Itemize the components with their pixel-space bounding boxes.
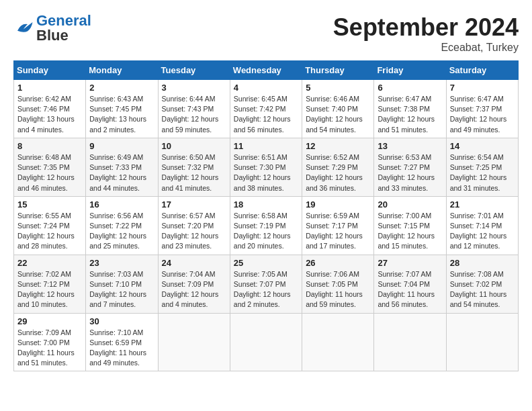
- month-title: September 2024: [333, 13, 519, 42]
- day-detail: Sunrise: 7:00 AM Sunset: 7:15 PM Dayligh…: [378, 211, 442, 252]
- calendar-cell: 13 Sunrise: 6:53 AM Sunset: 7:27 PM Dayl…: [374, 138, 446, 196]
- weekday-header-monday: Monday: [86, 61, 158, 80]
- day-detail: Sunrise: 6:45 AM Sunset: 7:42 PM Dayligh…: [234, 94, 298, 135]
- calendar-cell: 4 Sunrise: 6:45 AM Sunset: 7:42 PM Dayli…: [230, 80, 302, 138]
- day-number: 20: [378, 199, 442, 210]
- day-detail: Sunrise: 7:01 AM Sunset: 7:14 PM Dayligh…: [450, 211, 515, 252]
- weekday-header-row: SundayMondayTuesdayWednesdayThursdayFrid…: [14, 61, 519, 80]
- day-detail: Sunrise: 6:55 AM Sunset: 7:24 PM Dayligh…: [17, 211, 82, 252]
- day-number: 27: [378, 258, 442, 268]
- calendar-cell: 27 Sunrise: 7:07 AM Sunset: 7:04 PM Dayl…: [374, 255, 446, 313]
- day-number: 5: [306, 83, 370, 93]
- calendar-cell: 25 Sunrise: 7:05 AM Sunset: 7:07 PM Dayl…: [230, 255, 302, 313]
- calendar-cell: 5 Sunrise: 6:46 AM Sunset: 7:40 PM Dayli…: [302, 80, 374, 138]
- day-detail: Sunrise: 6:54 AM Sunset: 7:25 PM Dayligh…: [450, 152, 515, 193]
- day-detail: Sunrise: 7:03 AM Sunset: 7:10 PM Dayligh…: [89, 269, 154, 310]
- day-detail: Sunrise: 6:53 AM Sunset: 7:27 PM Dayligh…: [378, 152, 442, 193]
- day-detail: Sunrise: 6:50 AM Sunset: 7:32 PM Dayligh…: [162, 152, 226, 193]
- day-detail: Sunrise: 7:04 AM Sunset: 7:09 PM Dayligh…: [162, 269, 226, 310]
- day-detail: Sunrise: 6:42 AM Sunset: 7:46 PM Dayligh…: [17, 94, 82, 135]
- calendar-cell: 12 Sunrise: 6:52 AM Sunset: 7:29 PM Dayl…: [302, 138, 374, 196]
- day-number: 21: [450, 199, 515, 210]
- day-number: 26: [306, 258, 370, 268]
- day-number: 2: [89, 83, 154, 93]
- day-detail: Sunrise: 6:58 AM Sunset: 7:19 PM Dayligh…: [234, 211, 298, 252]
- day-number: 3: [162, 83, 226, 93]
- day-detail: Sunrise: 7:07 AM Sunset: 7:04 PM Dayligh…: [378, 269, 442, 310]
- calendar-cell: 10 Sunrise: 6:50 AM Sunset: 7:32 PM Dayl…: [158, 138, 230, 196]
- logo: GeneralBlue: [13, 13, 91, 43]
- location: Eceabat, Turkey: [333, 42, 519, 54]
- day-number: 19: [306, 199, 370, 210]
- calendar-cell: 19 Sunrise: 6:59 AM Sunset: 7:17 PM Dayl…: [302, 196, 374, 255]
- day-number: 8: [17, 141, 82, 151]
- day-number: 7: [450, 83, 515, 93]
- day-detail: Sunrise: 7:08 AM Sunset: 7:02 PM Dayligh…: [450, 269, 515, 310]
- calendar-cell: 9 Sunrise: 6:49 AM Sunset: 7:33 PM Dayli…: [86, 138, 158, 196]
- day-detail: Sunrise: 6:52 AM Sunset: 7:29 PM Dayligh…: [306, 152, 370, 193]
- calendar-cell: [230, 313, 302, 371]
- calendar-cell: 16 Sunrise: 6:56 AM Sunset: 7:22 PM Dayl…: [86, 196, 158, 255]
- calendar-cell: [374, 313, 446, 371]
- day-number: 24: [162, 258, 226, 268]
- logo-bird-icon: [13, 18, 34, 38]
- calendar-cell: 24 Sunrise: 7:04 AM Sunset: 7:09 PM Dayl…: [158, 255, 230, 313]
- calendar-week-2: 8 Sunrise: 6:48 AM Sunset: 7:35 PM Dayli…: [14, 138, 519, 196]
- day-number: 28: [450, 258, 515, 268]
- day-number: 12: [306, 141, 370, 151]
- weekday-header-friday: Friday: [374, 61, 446, 80]
- weekday-header-tuesday: Tuesday: [158, 61, 230, 80]
- calendar-cell: 8 Sunrise: 6:48 AM Sunset: 7:35 PM Dayli…: [14, 138, 86, 196]
- calendar-cell: 20 Sunrise: 7:00 AM Sunset: 7:15 PM Dayl…: [374, 196, 446, 255]
- calendar-cell: [446, 313, 518, 371]
- calendar-cell: 18 Sunrise: 6:58 AM Sunset: 7:19 PM Dayl…: [230, 196, 302, 255]
- day-number: 14: [450, 141, 515, 151]
- calendar-cell: 1 Sunrise: 6:42 AM Sunset: 7:46 PM Dayli…: [14, 80, 86, 138]
- day-number: 6: [378, 83, 442, 93]
- day-number: 16: [89, 199, 154, 210]
- day-detail: Sunrise: 6:56 AM Sunset: 7:22 PM Dayligh…: [89, 211, 154, 252]
- calendar-cell: [302, 313, 374, 371]
- day-detail: Sunrise: 6:43 AM Sunset: 7:45 PM Dayligh…: [89, 94, 154, 135]
- page-header: GeneralBlue September 2024 Eceabat, Turk…: [13, 13, 519, 54]
- day-number: 11: [234, 141, 298, 151]
- day-detail: Sunrise: 6:49 AM Sunset: 7:33 PM Dayligh…: [89, 152, 154, 193]
- calendar-table: SundayMondayTuesdayWednesdayThursdayFrid…: [13, 60, 519, 371]
- calendar-cell: 23 Sunrise: 7:03 AM Sunset: 7:10 PM Dayl…: [86, 255, 158, 313]
- day-number: 30: [89, 316, 154, 326]
- weekday-header-wednesday: Wednesday: [230, 61, 302, 80]
- weekday-header-thursday: Thursday: [302, 61, 374, 80]
- calendar-cell: 30 Sunrise: 7:10 AM Sunset: 6:59 PM Dayl…: [86, 313, 158, 371]
- calendar-cell: [158, 313, 230, 371]
- day-detail: Sunrise: 7:05 AM Sunset: 7:07 PM Dayligh…: [234, 269, 298, 310]
- calendar-week-1: 1 Sunrise: 6:42 AM Sunset: 7:46 PM Dayli…: [14, 80, 519, 138]
- day-number: 29: [17, 316, 82, 326]
- day-detail: Sunrise: 6:47 AM Sunset: 7:37 PM Dayligh…: [450, 94, 515, 135]
- day-detail: Sunrise: 6:48 AM Sunset: 7:35 PM Dayligh…: [17, 152, 82, 193]
- calendar-cell: 28 Sunrise: 7:08 AM Sunset: 7:02 PM Dayl…: [446, 255, 518, 313]
- day-number: 9: [89, 141, 154, 151]
- day-number: 10: [162, 141, 226, 151]
- day-detail: Sunrise: 6:44 AM Sunset: 7:43 PM Dayligh…: [162, 94, 226, 135]
- day-detail: Sunrise: 7:09 AM Sunset: 7:00 PM Dayligh…: [17, 328, 82, 369]
- calendar-cell: 14 Sunrise: 6:54 AM Sunset: 7:25 PM Dayl…: [446, 138, 518, 196]
- calendar-week-3: 15 Sunrise: 6:55 AM Sunset: 7:24 PM Dayl…: [14, 196, 519, 255]
- calendar-cell: 11 Sunrise: 6:51 AM Sunset: 7:30 PM Dayl…: [230, 138, 302, 196]
- calendar-cell: 17 Sunrise: 6:57 AM Sunset: 7:20 PM Dayl…: [158, 196, 230, 255]
- day-number: 4: [234, 83, 298, 93]
- day-number: 22: [17, 258, 82, 268]
- calendar-week-5: 29 Sunrise: 7:09 AM Sunset: 7:00 PM Dayl…: [14, 313, 519, 371]
- day-detail: Sunrise: 7:02 AM Sunset: 7:12 PM Dayligh…: [17, 269, 82, 310]
- day-detail: Sunrise: 6:59 AM Sunset: 7:17 PM Dayligh…: [306, 211, 370, 252]
- day-detail: Sunrise: 6:47 AM Sunset: 7:38 PM Dayligh…: [378, 94, 442, 135]
- day-detail: Sunrise: 7:10 AM Sunset: 6:59 PM Dayligh…: [89, 328, 154, 369]
- calendar-cell: 21 Sunrise: 7:01 AM Sunset: 7:14 PM Dayl…: [446, 196, 518, 255]
- month-info: September 2024 Eceabat, Turkey: [333, 13, 519, 54]
- day-number: 13: [378, 141, 442, 151]
- day-number: 17: [162, 199, 226, 210]
- logo-text: GeneralBlue: [36, 13, 91, 43]
- weekday-header-saturday: Saturday: [446, 61, 518, 80]
- day-number: 1: [17, 83, 82, 93]
- calendar-cell: 3 Sunrise: 6:44 AM Sunset: 7:43 PM Dayli…: [158, 80, 230, 138]
- calendar-cell: 6 Sunrise: 6:47 AM Sunset: 7:38 PM Dayli…: [374, 80, 446, 138]
